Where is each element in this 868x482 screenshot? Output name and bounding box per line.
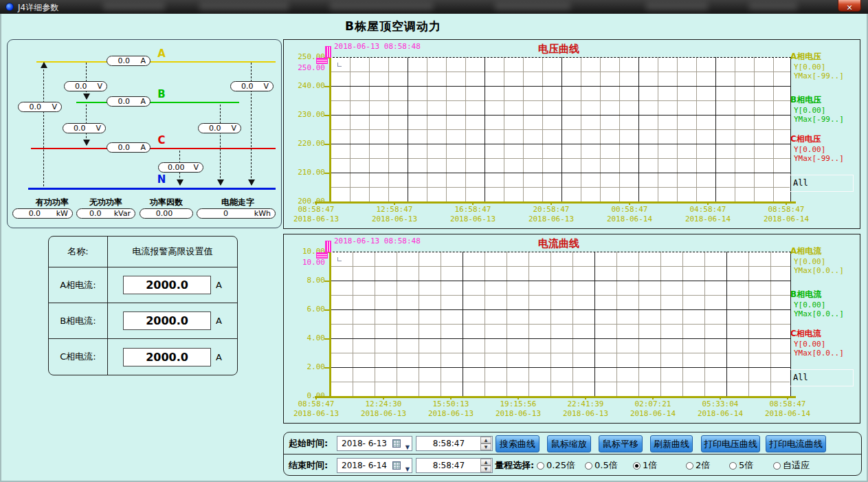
phase-c-alarm-unit: A <box>216 352 222 362</box>
range-option-2x[interactable]: 2倍 <box>686 459 710 472</box>
current-chart-title: 电流曲线 <box>504 237 614 250</box>
voltage-chart-panel: 2018-06-13 08:58:48 电压曲线 250.00 250.00 2… <box>283 39 860 229</box>
voltage-plot-area[interactable] <box>329 57 791 201</box>
phase-c-current-readout: 0.0 A <box>107 142 151 153</box>
search-curve-button[interactable]: 搜索曲线 <box>496 435 539 452</box>
y-tick: 220.00 <box>285 139 325 148</box>
legend-phase-c-current: C相电流 Y[0.00] YMax[0.0..] <box>790 328 860 358</box>
end-date-input[interactable]: 2018- 6-14 ▼ <box>337 458 412 473</box>
radio-icon[interactable] <box>537 462 544 470</box>
x-tick: 12:24:30 2018-06-13 <box>348 399 419 419</box>
current-plot-area[interactable] <box>329 252 791 396</box>
phase-c-line <box>31 148 276 149</box>
voltage-bc-readout: 0.0 V <box>63 123 106 133</box>
phase-b-alarm-input[interactable]: 2000.0 <box>123 311 211 330</box>
mouse-pan-button[interactable]: 鼠标平移 <box>599 435 643 452</box>
series-selector-all[interactable]: All <box>790 175 854 192</box>
table-row: A相电流: 2000.0 A <box>49 267 237 303</box>
legend-phase-a-current: A相电流 Y[0.00] YMax[0.0..] <box>790 245 860 275</box>
reactive-power-label: 无功功率 <box>78 197 133 208</box>
phase-diagram-panel: A 0.0 A B 0.0 A C 0.0 A N <box>7 39 282 228</box>
phase-c-label: C <box>153 134 170 146</box>
range-option-1x[interactable]: 1倍 <box>633 459 657 472</box>
radio-icon[interactable] <box>633 462 641 470</box>
x-tick: 04:58:47 2018-06-14 <box>672 205 744 224</box>
spinner-down-icon[interactable]: ▼ <box>480 465 491 472</box>
legend-phase-c-voltage: C相电压 Y[0.00] YMax[-99..] <box>790 133 860 163</box>
radio-icon[interactable] <box>729 462 737 470</box>
x-tick: 15:50:13 2018-06-13 <box>415 399 487 419</box>
phase-c-alarm-input[interactable]: 2000.0 <box>123 348 211 366</box>
page-title: B栋屋顶空调动力 <box>276 19 510 34</box>
legend-phase-b-current: B相电流 Y[0.00] YMax[0.0..] <box>790 289 860 318</box>
energy-meter-label: 电能走字 <box>210 197 265 208</box>
voltage-cursor-timestamp: 2018-06-13 08:58:48 <box>334 42 421 51</box>
power-factor-label: 功率因数 <box>139 197 194 208</box>
alarm-name-header: 名称: <box>49 237 108 267</box>
x-tick: 16:58:47 2018-06-13 <box>437 205 509 224</box>
cursor-marker-icon[interactable] <box>325 46 331 58</box>
phase-c-alarm-label: C相电流: <box>49 339 108 375</box>
start-time-row: 起始时间: 2018- 6-13 ▼ 8:58:47 ▲ ▼ 搜索曲线 鼠标缩放… <box>284 432 861 454</box>
cursor-marker-icon[interactable] <box>316 58 328 64</box>
print-current-curve-button[interactable]: 打印电流曲线 <box>766 435 826 452</box>
time-spinner: ▲ ▼ <box>480 437 491 450</box>
radio-icon[interactable] <box>686 462 693 470</box>
end-time-row: 结束时间: 2018- 6-14 ▼ 8:58:47 ▲ ▼ 量程选择: 0. <box>284 454 861 476</box>
voltage-na-readout: 0.0 V <box>18 102 62 112</box>
date-dropdown-icon[interactable]: ▼ <box>405 463 410 476</box>
window-title: J4详细参数 <box>18 2 58 14</box>
start-time-input[interactable]: 8:58:47 ▲ ▼ <box>416 436 493 451</box>
cursor-y-value: 10.00 <box>285 258 325 267</box>
phase-b-alarm-unit: A <box>216 316 222 326</box>
legend-phase-b-voltage: B相电压 Y[0.00] YMax[-99..] <box>790 94 860 124</box>
table-row: B相电流: 2000.0 A <box>49 303 237 339</box>
alarm-table-header: 名称: 电流报警高限设置值 <box>49 237 237 267</box>
window-body: B栋屋顶空调动力 A 0.0 A B 0.0 A C 0.0 A N <box>0 14 868 482</box>
spinner-down-icon[interactable]: ▼ <box>480 443 491 450</box>
active-power-readout: 0.0 kW <box>12 208 73 219</box>
current-chart-panel: 2018-06-13 08:58:48 电流曲线 10.00 10.00 8.0… <box>283 234 860 424</box>
y-tick: 230.00 <box>285 110 325 119</box>
refresh-curve-button[interactable]: 刷新曲线 <box>650 435 693 452</box>
x-tick: 08:58:47 2018-06-13 <box>280 399 352 419</box>
spinner-up-icon[interactable]: ▲ <box>480 437 491 443</box>
phase-a-alarm-input[interactable]: 2000.0 <box>123 276 211 294</box>
current-cursor-timestamp: 2018-06-13 08:58:48 <box>334 237 421 245</box>
alarm-table: 名称: 电流报警高限设置值 A相电流: 2000.0 A B相电流: 2000.… <box>48 236 238 375</box>
phase-a-current-readout: 0.0 A <box>107 56 151 66</box>
date-dropdown-icon[interactable]: ▼ <box>405 441 410 454</box>
range-option-auto[interactable]: 自适应 <box>773 459 810 472</box>
legend-phase-a-voltage: A相电压 Y[0.00] YMax[-99..] <box>790 51 860 80</box>
start-date-input[interactable]: 2018- 6-13 ▼ <box>337 436 412 451</box>
x-axis <box>315 396 796 398</box>
active-power-label: 有功功率 <box>25 197 80 208</box>
mouse-zoom-button[interactable]: 鼠标缩放 <box>547 435 591 452</box>
range-option-5x[interactable]: 5倍 <box>729 459 753 472</box>
titlebar-decoration <box>646 2 708 10</box>
screen: J4详细参数 ✕ B栋屋顶空调动力 A 0.0 A B 0.0 A C 0.0 <box>0 0 868 482</box>
range-option-05x[interactable]: 0.5倍 <box>585 459 618 472</box>
end-time-input[interactable]: 8:58:47 ▲ ▼ <box>416 458 493 473</box>
radio-icon[interactable] <box>585 462 592 470</box>
titlebar-decoration <box>199 2 289 10</box>
titlebar-decoration <box>749 2 797 10</box>
range-option-025x[interactable]: 0.25倍 <box>537 459 575 472</box>
radio-icon[interactable] <box>773 462 781 470</box>
range-select-label: 量程选择: <box>495 459 534 472</box>
x-tick: 00:58:47 2018-06-14 <box>594 205 665 224</box>
time-spinner: ▲ ▼ <box>480 459 491 472</box>
close-button[interactable]: ✕ <box>838 0 861 12</box>
plot-corner-mark <box>337 257 342 261</box>
x-axis <box>315 201 796 204</box>
series-selector-all[interactable]: All <box>790 369 854 386</box>
phase-a-line <box>36 61 276 63</box>
cursor-marker-icon[interactable] <box>316 252 328 259</box>
spinner-up-icon[interactable]: ▲ <box>480 459 491 465</box>
y-axis-ticks <box>324 57 329 203</box>
phase-a-label: A <box>153 47 170 60</box>
titlebar-decoration <box>330 2 433 10</box>
cursor-marker-icon[interactable] <box>325 241 331 252</box>
print-voltage-curve-button[interactable]: 打印电压曲线 <box>701 435 760 452</box>
end-time-label: 结束时间: <box>289 459 328 472</box>
